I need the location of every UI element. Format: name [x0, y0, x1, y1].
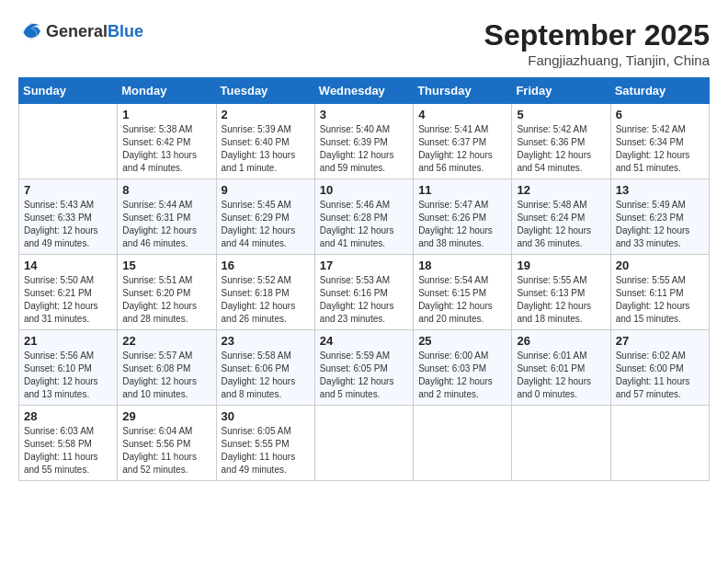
day-number: 26: [517, 334, 605, 348]
day-number: 1: [122, 108, 210, 121]
calendar-week-row: 1Sunrise: 5:38 AM Sunset: 6:42 PM Daylig…: [19, 104, 710, 179]
day-number: 25: [418, 334, 506, 348]
day-info: Sunrise: 5:42 AM Sunset: 6:34 PM Dayligh…: [616, 123, 704, 175]
logo-icon: [18, 18, 44, 44]
day-number: 23: [222, 334, 310, 348]
calendar-cell: 7Sunrise: 5:43 AM Sunset: 6:33 PM Daylig…: [19, 179, 118, 255]
calendar-cell: 5Sunrise: 5:42 AM Sunset: 6:36 PM Daylig…: [512, 104, 610, 179]
calendar-cell: 23Sunrise: 5:58 AM Sunset: 6:06 PM Dayli…: [216, 330, 314, 406]
calendar-cell: 19Sunrise: 5:55 AM Sunset: 6:13 PM Dayli…: [512, 255, 610, 330]
calendar-cell: 28Sunrise: 6:03 AM Sunset: 5:58 PM Dayli…: [19, 406, 118, 481]
calendar-table: SundayMondayTuesdayWednesdayThursdayFrid…: [18, 77, 710, 481]
day-number: 15: [122, 259, 210, 272]
calendar-cell: 14Sunrise: 5:50 AM Sunset: 6:21 PM Dayli…: [19, 255, 118, 330]
day-info: Sunrise: 6:04 AM Sunset: 5:56 PM Dayligh…: [122, 425, 210, 477]
day-info: Sunrise: 5:51 AM Sunset: 6:20 PM Dayligh…: [122, 274, 210, 326]
day-info: Sunrise: 5:42 AM Sunset: 6:36 PM Dayligh…: [517, 123, 605, 175]
calendar-cell: 22Sunrise: 5:57 AM Sunset: 6:08 PM Dayli…: [118, 330, 216, 406]
month-title: September 2025: [484, 18, 710, 52]
day-number: 18: [418, 259, 506, 272]
calendar-cell: [314, 406, 413, 481]
day-info: Sunrise: 5:53 AM Sunset: 6:16 PM Dayligh…: [320, 274, 408, 326]
calendar-cell: [19, 104, 118, 179]
calendar-cell: 13Sunrise: 5:49 AM Sunset: 6:23 PM Dayli…: [610, 179, 709, 255]
day-number: 21: [24, 334, 112, 348]
day-info: Sunrise: 5:57 AM Sunset: 6:08 PM Dayligh…: [122, 350, 210, 401]
day-number: 7: [24, 183, 112, 197]
day-info: Sunrise: 6:05 AM Sunset: 5:55 PM Dayligh…: [222, 425, 310, 477]
calendar-cell: 26Sunrise: 6:01 AM Sunset: 6:01 PM Dayli…: [512, 330, 610, 406]
calendar-week-row: 21Sunrise: 5:56 AM Sunset: 6:10 PM Dayli…: [19, 330, 710, 406]
day-number: 30: [222, 409, 310, 423]
calendar-cell: 11Sunrise: 5:47 AM Sunset: 6:26 PM Dayli…: [414, 179, 512, 255]
day-number: 11: [418, 183, 506, 197]
day-info: Sunrise: 5:50 AM Sunset: 6:21 PM Dayligh…: [24, 274, 112, 326]
day-number: 12: [517, 183, 605, 197]
calendar-cell: 9Sunrise: 5:45 AM Sunset: 6:29 PM Daylig…: [216, 179, 314, 255]
title-area: September 2025 Fangjiazhuang, Tianjin, C…: [484, 18, 710, 68]
calendar-header-row: SundayMondayTuesdayWednesdayThursdayFrid…: [19, 78, 710, 104]
calendar-cell: 15Sunrise: 5:51 AM Sunset: 6:20 PM Dayli…: [118, 255, 216, 330]
day-number: 3: [320, 108, 408, 121]
calendar-cell: [512, 406, 610, 481]
day-number: 9: [222, 183, 310, 197]
day-info: Sunrise: 6:00 AM Sunset: 6:03 PM Dayligh…: [418, 350, 506, 401]
day-info: Sunrise: 5:47 AM Sunset: 6:26 PM Dayligh…: [418, 199, 506, 250]
day-info: Sunrise: 5:44 AM Sunset: 6:31 PM Dayligh…: [122, 199, 210, 250]
column-header-thursday: Thursday: [414, 78, 512, 104]
calendar-week-row: 14Sunrise: 5:50 AM Sunset: 6:21 PM Dayli…: [19, 255, 710, 330]
calendar-week-row: 7Sunrise: 5:43 AM Sunset: 6:33 PM Daylig…: [19, 179, 710, 255]
calendar-cell: 8Sunrise: 5:44 AM Sunset: 6:31 PM Daylig…: [118, 179, 216, 255]
calendar-cell: 25Sunrise: 6:00 AM Sunset: 6:03 PM Dayli…: [414, 330, 512, 406]
calendar-cell: 6Sunrise: 5:42 AM Sunset: 6:34 PM Daylig…: [610, 104, 709, 179]
day-number: 13: [616, 183, 704, 197]
day-number: 6: [616, 108, 704, 121]
day-info: Sunrise: 5:59 AM Sunset: 6:05 PM Dayligh…: [320, 350, 408, 401]
day-number: 14: [24, 259, 112, 272]
calendar-cell: 18Sunrise: 5:54 AM Sunset: 6:15 PM Dayli…: [414, 255, 512, 330]
calendar-cell: 29Sunrise: 6:04 AM Sunset: 5:56 PM Dayli…: [118, 406, 216, 481]
column-header-tuesday: Tuesday: [216, 78, 314, 104]
day-info: Sunrise: 5:38 AM Sunset: 6:42 PM Dayligh…: [122, 123, 210, 175]
location-subtitle: Fangjiazhuang, Tianjin, China: [484, 52, 710, 68]
calendar-cell: 4Sunrise: 5:41 AM Sunset: 6:37 PM Daylig…: [414, 104, 512, 179]
day-number: 27: [616, 334, 704, 348]
day-number: 22: [122, 334, 210, 348]
day-info: Sunrise: 5:48 AM Sunset: 6:24 PM Dayligh…: [517, 199, 605, 250]
day-number: 10: [320, 183, 408, 197]
calendar-week-row: 28Sunrise: 6:03 AM Sunset: 5:58 PM Dayli…: [19, 406, 710, 481]
day-info: Sunrise: 5:55 AM Sunset: 6:13 PM Dayligh…: [517, 274, 605, 326]
day-info: Sunrise: 5:58 AM Sunset: 6:06 PM Dayligh…: [222, 350, 310, 401]
calendar-cell: 30Sunrise: 6:05 AM Sunset: 5:55 PM Dayli…: [216, 406, 314, 481]
column-header-monday: Monday: [118, 78, 216, 104]
logo-text: GeneralBlue: [46, 22, 143, 41]
day-number: 17: [320, 259, 408, 272]
calendar-cell: 21Sunrise: 5:56 AM Sunset: 6:10 PM Dayli…: [19, 330, 118, 406]
day-info: Sunrise: 5:40 AM Sunset: 6:39 PM Dayligh…: [320, 123, 408, 175]
page-header: GeneralBlue September 2025 Fangjiazhuang…: [18, 18, 710, 68]
day-number: 24: [320, 334, 408, 348]
day-number: 20: [616, 259, 704, 272]
calendar-cell: [610, 406, 709, 481]
day-info: Sunrise: 5:52 AM Sunset: 6:18 PM Dayligh…: [222, 274, 310, 326]
day-info: Sunrise: 5:56 AM Sunset: 6:10 PM Dayligh…: [24, 350, 112, 401]
day-info: Sunrise: 6:03 AM Sunset: 5:58 PM Dayligh…: [24, 425, 112, 477]
calendar-cell: 17Sunrise: 5:53 AM Sunset: 6:16 PM Dayli…: [314, 255, 413, 330]
column-header-friday: Friday: [512, 78, 610, 104]
column-header-sunday: Sunday: [19, 78, 118, 104]
column-header-wednesday: Wednesday: [314, 78, 413, 104]
day-info: Sunrise: 6:02 AM Sunset: 6:00 PM Dayligh…: [616, 350, 704, 401]
calendar-cell: 10Sunrise: 5:46 AM Sunset: 6:28 PM Dayli…: [314, 179, 413, 255]
day-info: Sunrise: 5:45 AM Sunset: 6:29 PM Dayligh…: [222, 199, 310, 250]
day-number: 8: [122, 183, 210, 197]
calendar-cell: 12Sunrise: 5:48 AM Sunset: 6:24 PM Dayli…: [512, 179, 610, 255]
day-info: Sunrise: 5:49 AM Sunset: 6:23 PM Dayligh…: [616, 199, 704, 250]
day-number: 5: [517, 108, 605, 121]
calendar-cell: 1Sunrise: 5:38 AM Sunset: 6:42 PM Daylig…: [118, 104, 216, 179]
logo: GeneralBlue: [18, 18, 143, 44]
day-info: Sunrise: 5:39 AM Sunset: 6:40 PM Dayligh…: [222, 123, 310, 175]
day-info: Sunrise: 5:46 AM Sunset: 6:28 PM Dayligh…: [320, 199, 408, 250]
calendar-cell: 27Sunrise: 6:02 AM Sunset: 6:00 PM Dayli…: [610, 330, 709, 406]
day-info: Sunrise: 5:54 AM Sunset: 6:15 PM Dayligh…: [418, 274, 506, 326]
day-number: 4: [418, 108, 506, 121]
